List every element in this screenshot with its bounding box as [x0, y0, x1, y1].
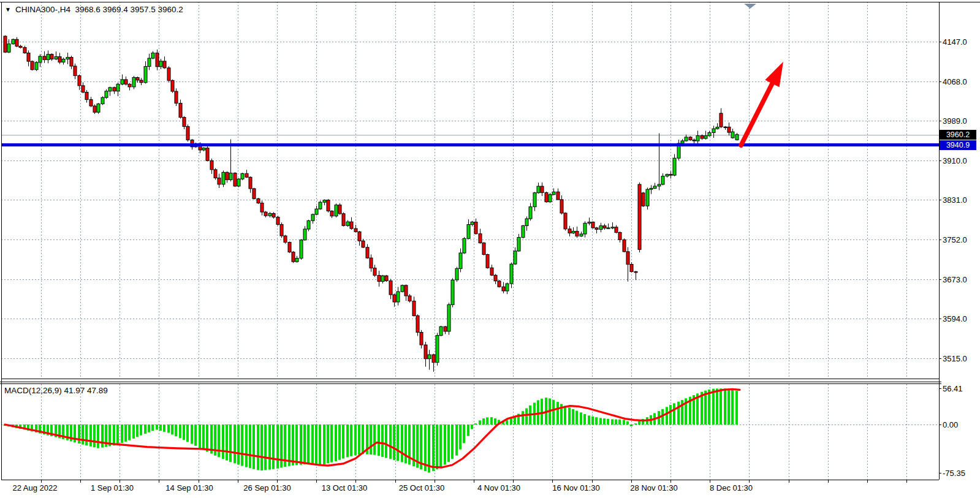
price-axis-label: 3831.0: [943, 195, 967, 205]
price-axis-label: 3752.0: [943, 235, 967, 244]
symbol-title: ▼CHINA300-,H4 3968.6 3969.4 3957.5 3960.…: [5, 5, 183, 14]
time-axis-label: 8 Dec 01:30: [710, 483, 753, 492]
price-axis-label: 3594.0: [943, 314, 967, 323]
current-price-tag: 3960.2: [940, 130, 976, 140]
price-axis-label: 3989.0: [943, 116, 967, 126]
macd-axis-label: -75.35: [943, 469, 965, 478]
time-axis-label: 16 Nov 01:30: [552, 483, 599, 492]
price-axis-label: 4068.0: [943, 77, 967, 86]
chevron-down-icon[interactable]: ▼: [5, 6, 11, 13]
price-axis-label: 4147.0: [943, 37, 967, 47]
time-axis-label: 25 Oct 01:30: [399, 483, 444, 492]
time-axis-label: 13 Oct 01:30: [322, 483, 367, 492]
price-axis-label: 3515.0: [943, 354, 967, 363]
ohlc-quote: 3968.6 3969.4 3957.5 3960.2: [75, 5, 183, 14]
time-axis-label: 22 Aug 2022: [12, 483, 57, 492]
support-price-tag: 3940.9: [940, 140, 976, 150]
symbol-name: CHINA300-,H4: [15, 5, 70, 14]
grid-lines: [1, 2, 939, 480]
time-axis-label: 26 Sep 01:30: [243, 483, 291, 492]
price-axis-label: 3910.0: [943, 156, 967, 165]
time-axis-label: 4 Nov 01:30: [477, 483, 520, 492]
macd-axis-label: 0.00: [943, 420, 958, 429]
price-axis-label: 3673.0: [943, 275, 967, 284]
macd-axis-label: 56.41: [943, 384, 963, 393]
time-axis-label: 14 Sep 01:30: [165, 483, 213, 492]
macd-histogram: [4, 388, 738, 472]
candles: [4, 36, 739, 372]
scroll-marker-icon[interactable]: [744, 4, 756, 9]
macd-indicator-label: MACD(12,26,9) 41.97 47.89: [4, 386, 108, 395]
chart-canvas[interactable]: [0, 0, 980, 498]
time-axis-label: 28 Nov 01:30: [630, 483, 677, 492]
trading-chart-window: ▼CHINA300-,H4 3968.6 3969.4 3957.5 3960.…: [0, 0, 980, 498]
time-axis-label: 1 Sep 01:30: [91, 483, 134, 492]
trend-arrow[interactable]: [741, 62, 783, 146]
